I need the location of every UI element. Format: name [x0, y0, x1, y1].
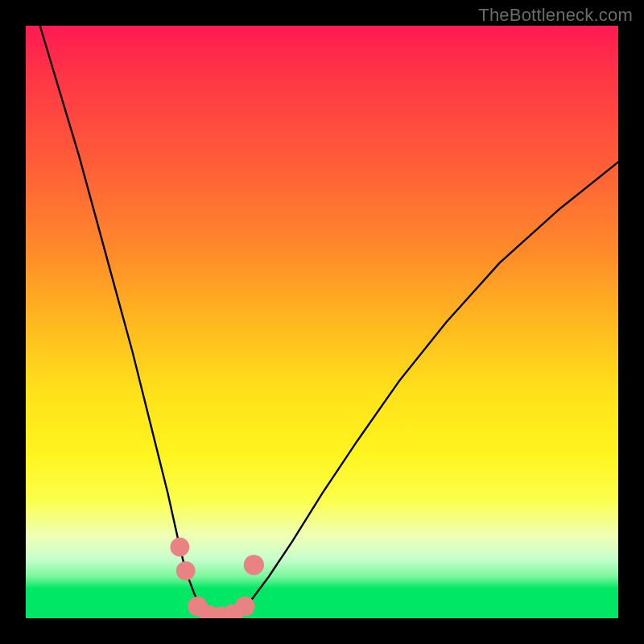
plot-area: [26, 26, 618, 618]
series-bottleneck-curve: [26, 26, 618, 618]
marker-right-dot-1: [244, 555, 264, 575]
marker-bottom-5: [235, 597, 255, 617]
chart-svg: [26, 26, 618, 618]
marker-layer: [170, 538, 264, 618]
curve-layer: [26, 26, 618, 618]
marker-left-dot-2: [176, 561, 196, 580]
watermark-text: TheBottleneck.com: [478, 5, 633, 26]
marker-left-dot-1: [170, 538, 189, 557]
chart-frame: TheBottleneck.com: [0, 0, 644, 644]
